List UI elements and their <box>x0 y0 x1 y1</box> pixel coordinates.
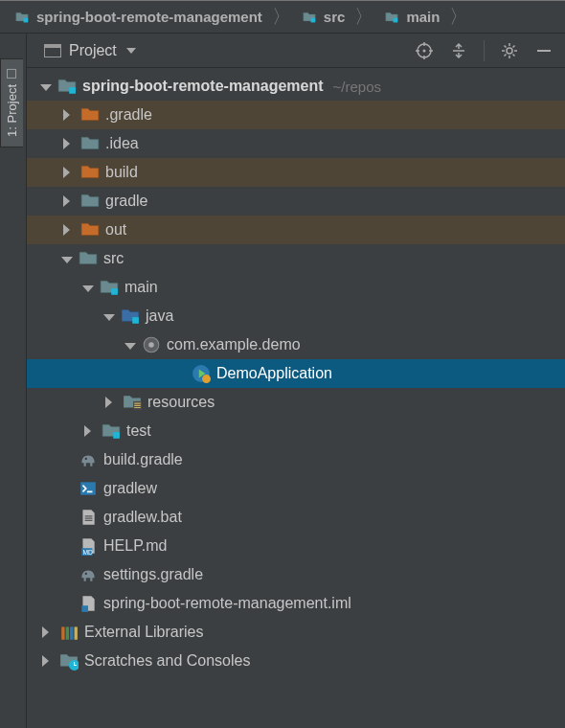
project-tab-icon <box>8 69 17 79</box>
chevron-right-icon: 〉 <box>266 4 297 30</box>
breadcrumb-main-label: main <box>406 9 440 25</box>
tree-item-main[interactable]: main <box>27 273 565 302</box>
tree-item-build-gradle[interactable]: build.gradle <box>27 445 565 474</box>
tree-item-demo-application[interactable]: DemoApplication <box>27 359 565 388</box>
tree-root[interactable]: spring-boot-remote-management ~/repos <box>27 72 565 101</box>
project-tool-window: Project spring-boot-remote-management ~/… <box>27 34 565 728</box>
folder-icon <box>80 164 100 181</box>
breadcrumb-main[interactable]: main <box>379 7 443 27</box>
expand-toggle-icon[interactable] <box>63 138 75 149</box>
tree-root-path: ~/repos <box>333 79 381 95</box>
tree-item-label: Scratches and Consoles <box>84 652 250 670</box>
shell-file-icon <box>79 480 98 497</box>
module-folder-icon <box>57 78 77 95</box>
project-tab-label: 1: Project <box>5 84 19 137</box>
breadcrumb-root-label: spring-boot-remote-management <box>36 9 262 25</box>
expand-toggle-icon[interactable] <box>42 655 54 667</box>
tree-item-build[interactable]: build <box>27 158 565 187</box>
tree-item-label: gradlew <box>103 480 157 497</box>
settings-button[interactable] <box>496 37 523 64</box>
tree-item-label: resources <box>147 394 215 411</box>
tree-item-label: DemoApplication <box>216 365 332 382</box>
spacer <box>61 540 73 552</box>
tree-item-settings-gradle[interactable]: settings.gradle <box>27 560 565 589</box>
module-folder-icon <box>100 279 119 296</box>
scratches-icon <box>59 652 79 670</box>
tree-item-label: build.gradle <box>103 451 183 468</box>
iml-file-icon <box>79 595 98 612</box>
project-view-icon <box>44 44 61 57</box>
tree-item-label: java <box>146 307 173 325</box>
spacer <box>61 512 73 523</box>
folder-icon <box>80 193 100 210</box>
tree-item-out[interactable]: out <box>27 216 565 244</box>
resources-folder-icon <box>123 394 142 411</box>
tool-window-tab-project[interactable]: 1: Project <box>0 58 23 148</box>
expand-toggle-icon[interactable] <box>82 285 94 292</box>
expand-toggle-icon[interactable] <box>63 109 75 121</box>
tree-item-gradlew[interactable]: gradlew <box>27 474 565 503</box>
spacer <box>61 598 73 609</box>
tree-item-gradlew-bat[interactable]: gradlew.bat <box>27 503 565 532</box>
tree-item-label: settings.gradle <box>103 566 203 583</box>
spacer <box>61 454 73 466</box>
expand-toggle-icon[interactable] <box>124 343 136 350</box>
folder-icon <box>80 135 100 152</box>
expand-toggle-icon[interactable] <box>63 224 75 236</box>
spacer <box>61 483 73 494</box>
separator <box>484 40 485 61</box>
left-gutter: 1: Project <box>0 34 27 728</box>
spacer <box>61 569 73 580</box>
hide-button[interactable] <box>531 37 557 64</box>
chevron-right-icon: 〉 <box>443 4 474 30</box>
expand-toggle-icon[interactable] <box>63 167 75 178</box>
tree-item-label: src <box>103 250 124 267</box>
tree-item-label: main <box>124 279 158 296</box>
expand-toggle-icon[interactable] <box>63 195 75 207</box>
tree-root-label: spring-boot-remote-management <box>82 78 324 95</box>
dropdown-arrow-icon[interactable] <box>126 48 136 54</box>
tree-item-label: External Libraries <box>84 624 204 641</box>
source-folder-icon <box>121 307 140 325</box>
tree-item-test[interactable]: test <box>27 417 565 445</box>
tree-item-gradle[interactable]: gradle <box>27 187 565 216</box>
expand-toggle-icon[interactable] <box>105 397 117 408</box>
breadcrumb-bar: spring-boot-remote-management 〉 src 〉 ma… <box>0 1 565 34</box>
tree-item-label: .gradle <box>105 106 152 124</box>
gradle-file-icon <box>79 451 98 468</box>
folder-icon <box>80 221 100 239</box>
folder-icon <box>79 250 98 267</box>
expand-toggle-icon[interactable] <box>42 626 54 638</box>
expand-all-button[interactable] <box>445 37 472 64</box>
tree-item-help-md[interactable]: HELP.md <box>27 532 565 560</box>
locate-button[interactable] <box>411 37 438 64</box>
expand-toggle-icon[interactable] <box>40 84 52 91</box>
tree-item-resources[interactable]: resources <box>27 388 565 417</box>
breadcrumb-root[interactable]: spring-boot-remote-management <box>10 7 266 27</box>
project-tree[interactable]: spring-boot-remote-management ~/repos .g… <box>27 68 565 675</box>
expand-toggle-icon[interactable] <box>61 257 73 263</box>
breadcrumb-src[interactable]: src <box>297 7 350 27</box>
tree-item-label: .idea <box>105 135 139 152</box>
expand-toggle-icon[interactable] <box>103 314 115 321</box>
runnable-class-icon <box>192 365 211 382</box>
tree-scratches[interactable]: Scratches and Consoles <box>27 647 565 675</box>
expand-toggle-icon[interactable] <box>84 425 96 437</box>
package-icon <box>142 336 161 353</box>
folder-icon <box>383 11 400 24</box>
module-folder-icon <box>102 422 121 440</box>
folder-icon <box>13 11 31 24</box>
tree-item-label: HELP.md <box>103 537 167 555</box>
tree-item-java[interactable]: java <box>27 302 565 330</box>
tree-item-iml[interactable]: spring-boot-remote-management.iml <box>27 589 565 618</box>
tree-item-gradle-dot[interactable]: .gradle <box>27 101 565 129</box>
tree-external-libraries[interactable]: External Libraries <box>27 618 565 647</box>
tree-item-package[interactable]: com.example.demo <box>27 330 565 359</box>
text-file-icon <box>79 509 98 526</box>
tree-item-idea[interactable]: .idea <box>27 129 565 158</box>
folder-icon <box>301 11 318 24</box>
gradle-file-icon <box>79 566 98 583</box>
libraries-icon <box>59 624 79 641</box>
project-view-selector[interactable]: Project <box>69 42 117 59</box>
tree-item-src[interactable]: src <box>27 244 565 273</box>
